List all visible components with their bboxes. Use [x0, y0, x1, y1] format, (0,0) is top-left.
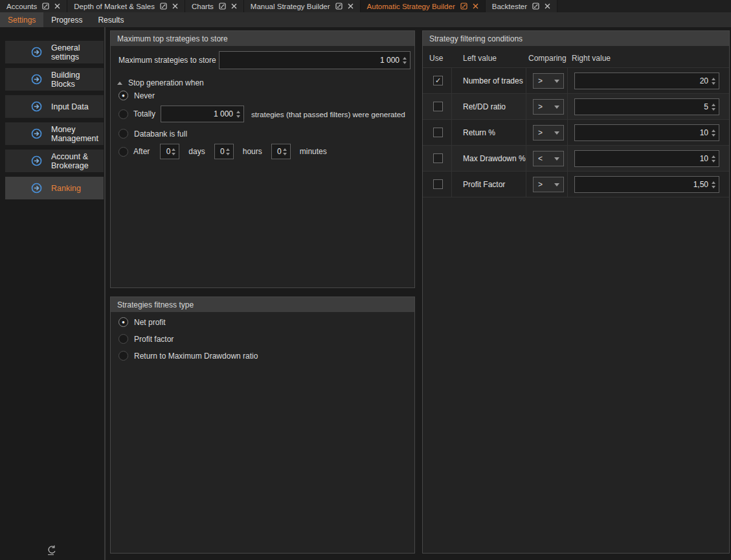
close-icon[interactable] [172, 3, 178, 9]
reset-settings-icon[interactable] [45, 544, 60, 556]
sidebar-item-money-management[interactable]: Money Management [5, 122, 104, 145]
input-value: 5 [578, 99, 708, 115]
comparing-dropdown[interactable]: > [533, 99, 564, 115]
left-value-label: Return % [463, 120, 495, 145]
filter-table-rows: ✓ Number of trades > 20 Ret/DD ratio > 5… [423, 67, 729, 197]
radio-totally[interactable] [118, 109, 128, 119]
sidebar-item-general-settings[interactable]: General settings [5, 41, 104, 63]
close-icon[interactable] [231, 3, 237, 9]
sidebar-item-account-brokerage[interactable]: Account & Brokerage [5, 150, 104, 172]
comparing-dropdown[interactable]: < [533, 151, 564, 166]
group-label: Stop generation when [128, 78, 204, 87]
comparing-dropdown[interactable]: > [533, 125, 564, 140]
left-value-label: Ret/DD ratio [463, 94, 506, 119]
spinner-up[interactable] [226, 148, 230, 151]
spinner-up[interactable] [712, 181, 715, 184]
radio-row-databank[interactable]: Databank is full [118, 129, 187, 139]
save-panel-icon[interactable] [160, 3, 167, 10]
save-panel-icon[interactable] [460, 3, 467, 10]
dropdown-value: > [538, 102, 543, 111]
sidebar-item-ranking[interactable]: Ranking [5, 177, 104, 199]
radio-row-net-profit[interactable]: ● Net profit [118, 317, 166, 327]
right-value-input[interactable]: 20 [574, 73, 719, 89]
spinner-down[interactable] [283, 153, 287, 155]
panel-strategies-fitness-type: Strategies fitness type ● Net profit Pro… [110, 297, 415, 554]
tab-depth-of-market[interactable]: Depth of Market & Sales [67, 0, 185, 12]
spinner [401, 52, 408, 69]
use-checkbox[interactable] [433, 128, 443, 137]
radio-row-totally[interactable]: Totally 1 000 strategies (that passed fi… [118, 105, 405, 123]
use-checkbox[interactable] [433, 179, 443, 189]
use-checkbox[interactable]: ✓ [433, 76, 443, 85]
spinner-down[interactable] [712, 160, 715, 162]
right-value-input[interactable]: 10 [574, 150, 719, 167]
radio-row-never[interactable]: ● Never [118, 91, 155, 100]
radio-profit-factor[interactable] [118, 334, 128, 344]
chevron-down-icon [554, 183, 559, 186]
dropdown-value: > [538, 76, 543, 85]
tab-results[interactable]: Results [90, 12, 131, 27]
tab-backtester[interactable]: Backtester [486, 0, 557, 12]
stop-generation-group-header[interactable]: Stop generation when [117, 78, 204, 87]
spinner-down[interactable] [712, 108, 715, 111]
close-icon[interactable] [54, 3, 60, 9]
use-checkbox[interactable] [433, 102, 443, 111]
after-hours-input[interactable]: 0 [214, 144, 234, 159]
left-value-label: Number of trades [463, 68, 523, 93]
spinner-up[interactable] [712, 129, 715, 132]
tab-automatic-strategy-builder[interactable]: Automatic Strategy Builder [361, 0, 486, 12]
save-panel-icon[interactable] [219, 3, 226, 10]
spinner-down[interactable] [236, 115, 240, 118]
filter-table-header: Use Left value Comparing Right value [423, 50, 729, 67]
totally-suffix-label: strategies (that passed filters) were ge… [251, 110, 405, 118]
close-icon[interactable] [545, 3, 550, 9]
spinner-down[interactable] [712, 186, 715, 188]
use-checkbox[interactable] [433, 153, 443, 163]
comparing-dropdown[interactable]: > [533, 177, 564, 192]
radio-after[interactable] [118, 147, 128, 157]
after-days-input[interactable]: 0 [160, 144, 179, 159]
spinner-up[interactable] [712, 104, 715, 106]
radio-never[interactable]: ● [118, 91, 128, 100]
close-icon[interactable] [348, 3, 354, 9]
tab-settings[interactable]: Settings [0, 12, 43, 27]
spinner-up[interactable] [236, 111, 240, 113]
max-strategies-input[interactable]: 1 000 [219, 51, 410, 69]
sidebar-item-building-blocks[interactable]: Building Blocks [5, 68, 104, 91]
tab-manual-strategy-builder[interactable]: Manual Strategy Builder [244, 0, 361, 12]
settings-sidebar: General settings Building Blocks Input D… [0, 27, 106, 560]
save-panel-icon[interactable] [42, 3, 49, 10]
spinner-up[interactable] [403, 57, 407, 60]
right-value-input[interactable]: 5 [574, 98, 719, 115]
tab-accounts[interactable]: Accounts [0, 0, 67, 12]
spinner-up[interactable] [283, 148, 287, 151]
comparing-dropdown[interactable]: > [533, 73, 564, 89]
after-minutes-input[interactable]: 0 [271, 144, 291, 159]
spinner-down[interactable] [172, 153, 175, 155]
save-panel-icon[interactable] [335, 3, 343, 10]
radio-return-max-drawdown[interactable] [118, 351, 128, 361]
radio-databank[interactable] [118, 129, 128, 139]
spinner-down[interactable] [712, 134, 715, 137]
radio-row-profit-factor[interactable]: Profit factor [118, 334, 174, 344]
radio-net-profit[interactable]: ● [118, 317, 128, 327]
spinner-up[interactable] [172, 148, 175, 151]
sidebar-item-input-data[interactable]: Input Data [5, 95, 104, 118]
close-icon[interactable] [473, 3, 478, 9]
spinner-down[interactable] [712, 82, 715, 85]
tab-progress[interactable]: Progress [43, 12, 90, 27]
input-value: 0 [275, 144, 282, 159]
radio-row-return-to-max-drawdown[interactable]: Return to Maximum Drawdown ratio [118, 351, 258, 361]
radio-label: Databank is full [134, 129, 187, 139]
spinner-down[interactable] [226, 153, 230, 155]
spinner-up[interactable] [712, 155, 715, 158]
max-strategies-label: Maximum strategies to store [118, 56, 216, 65]
right-value-input[interactable]: 1,50 [574, 176, 719, 193]
spinner-down[interactable] [403, 62, 407, 64]
tab-charts[interactable]: Charts [185, 0, 244, 12]
radio-row-after[interactable]: After 0 days 0 hours 0 minutes [118, 144, 327, 159]
right-value-input[interactable]: 10 [574, 124, 719, 141]
save-panel-icon[interactable] [532, 3, 539, 10]
spinner-up[interactable] [712, 78, 715, 80]
totally-count-input[interactable]: 1 000 [161, 106, 244, 122]
